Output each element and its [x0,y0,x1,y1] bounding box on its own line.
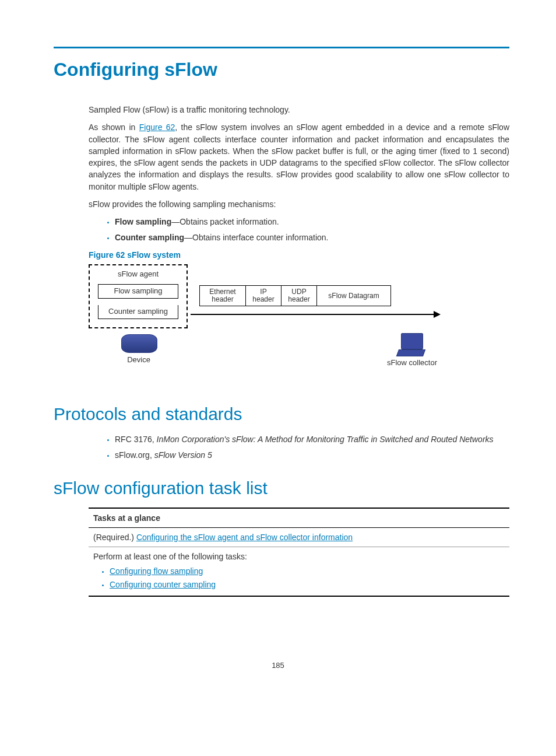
counter-sampling-cell: Counter sampling [98,305,178,319]
tasklist-heading: sFlow configuration task list [54,478,509,498]
flow-sampling-cell: Flow sampling [98,284,178,299]
intro-p2: As shown in Figure 62, the sFlow system … [89,121,509,192]
page-number: 185 [47,661,509,670]
task-link-counter[interactable]: Configuring counter sampling [110,580,216,589]
task-link-agent[interactable]: Configuring the sFlow agent and sFlow co… [136,533,353,542]
tasks-table: Tasks at a glance (Required.) Configurin… [89,508,509,597]
page-title: Configuring sFlow [54,59,509,80]
tasks-header: Tasks at a glance [89,508,509,528]
arrow-line [191,314,435,315]
arrow-head-icon [434,311,441,318]
list-item: Configuring counter sampling [110,579,505,590]
agent-label: sFlow agent [98,269,178,280]
collector-label: sFlow collector [387,358,437,369]
figure-link[interactable]: Figure 62 [139,123,175,132]
list-item: sFlow.org, sFlow Version 5 [115,449,509,461]
table-row: (Required.) Configuring the sFlow agent … [89,528,509,547]
list-item: Flow sampling—Obtains packet information… [115,216,509,228]
intro-p3: sFlow provides the following sampling me… [89,198,509,210]
device-label: Device [115,355,162,366]
protocols-heading: Protocols and standards [54,404,509,424]
list-item: Counter sampling—Obtains interface count… [115,232,509,243]
protocols-list: RFC 3176, InMon Corporation's sFlow: A M… [89,433,509,461]
list-item: RFC 3176, InMon Corporation's sFlow: A M… [115,433,509,445]
collector-icon [397,333,422,353]
device-icon [121,334,157,353]
top-rule [54,47,509,48]
sampling-list: Flow sampling—Obtains packet information… [89,216,509,243]
task-link-flow[interactable]: Configuring flow sampling [110,566,203,576]
packet-structure: Ethernet header IP header UDP header sFl… [199,285,391,306]
intro-p1: Sampled Flow (sFlow) is a traffic monito… [89,104,509,116]
figure-caption: Figure 62 sFlow system [89,249,509,261]
list-item: Configuring flow sampling [110,565,505,577]
table-row: Perform at least one of the following ta… [89,547,509,596]
figure-diagram: sFlow agent Flow sampling Counter sampli… [89,264,509,387]
